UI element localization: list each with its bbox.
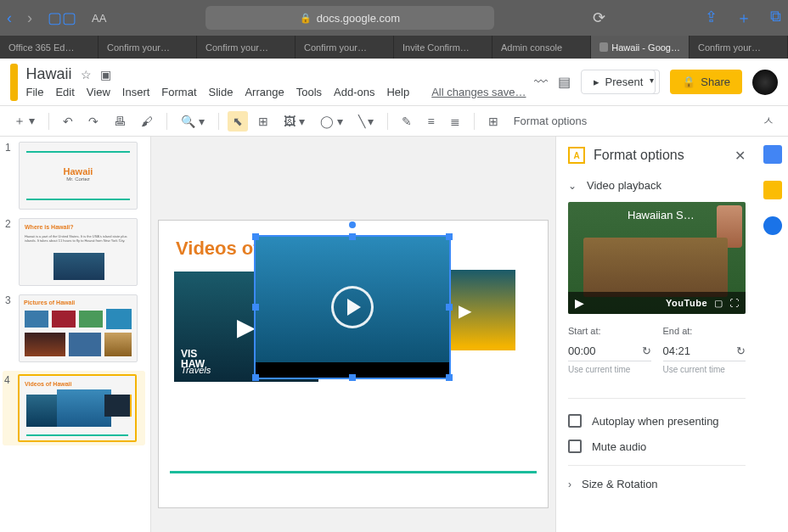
textbox-button[interactable]: ⊞: [253, 111, 273, 132]
browser-tab[interactable]: Invite Confirm…: [394, 36, 492, 59]
app-header: Hawaii ☆ ▣ File Edit View Insert Format …: [0, 59, 788, 106]
play-icon: ▶: [459, 300, 471, 321]
slide-thumbnail[interactable]: Where is Hawaii? Hawaii is a part of the…: [19, 218, 138, 286]
share-sheet-icon[interactable]: ⇪: [705, 8, 718, 28]
border-dash-button[interactable]: ≣: [445, 111, 465, 132]
undo-button[interactable]: ↶: [58, 111, 78, 132]
menu-insert[interactable]: Insert: [122, 86, 150, 98]
end-at-label: End at:: [663, 326, 746, 336]
collapse-toolbar-button[interactable]: ㅅ: [757, 110, 780, 132]
use-current-time-end[interactable]: Use current time: [663, 365, 746, 374]
reset-icon[interactable]: ↻: [642, 344, 651, 357]
resize-handle[interactable]: [446, 304, 453, 311]
browser-tab[interactable]: Confirm your…: [197, 36, 296, 59]
reload-icon[interactable]: ⟳: [593, 8, 605, 27]
slide-thumbnail[interactable]: Hawaii Mr. Cortez: [19, 142, 138, 210]
share-button[interactable]: 🔒 Share: [670, 70, 742, 94]
save-status[interactable]: All changes save…: [431, 86, 526, 98]
use-current-time-start[interactable]: Use current time: [568, 365, 651, 374]
menu-tools[interactable]: Tools: [296, 86, 322, 98]
selected-video[interactable]: [254, 235, 451, 379]
menu-edit[interactable]: Edit: [55, 86, 74, 98]
select-tool-button[interactable]: ⬉: [228, 111, 248, 132]
document-title[interactable]: Hawaii: [26, 65, 72, 83]
resize-handle[interactable]: [349, 374, 356, 381]
new-tab-icon[interactable]: ＋: [736, 8, 751, 28]
browser-tabstrip: Office 365 Ed… Confirm your… Confirm you…: [0, 36, 788, 59]
end-at-field[interactable]: [663, 344, 714, 357]
youtube-logo[interactable]: YouTube: [666, 298, 707, 308]
play-button[interactable]: [331, 286, 374, 328]
back-icon[interactable]: ‹: [7, 9, 12, 27]
reset-icon[interactable]: ↻: [736, 344, 746, 357]
slide-thumbnail[interactable]: Pictures of Hawaii: [19, 294, 138, 362]
border-color-button[interactable]: ✎: [397, 111, 417, 132]
cast-icon[interactable]: ▢: [714, 298, 723, 309]
close-icon[interactable]: ✕: [735, 148, 746, 164]
menu-slide[interactable]: Slide: [209, 86, 234, 98]
checkbox-icon: [568, 440, 582, 453]
calendar-icon[interactable]: [763, 145, 782, 164]
explore-icon[interactable]: 〰: [534, 75, 548, 90]
border-weight-button[interactable]: ≡: [422, 111, 439, 132]
browser-tab-active[interactable]: Hawaii - Goog…: [591, 36, 690, 59]
start-at-input[interactable]: ↻: [568, 341, 651, 361]
menu-view[interactable]: View: [87, 86, 110, 98]
star-icon[interactable]: ☆: [81, 68, 92, 81]
play-icon[interactable]: ▶: [575, 296, 584, 310]
video-playback-section[interactable]: ⌄ Video playback: [568, 179, 746, 192]
zoom-button[interactable]: 🔍 ▾: [176, 111, 210, 132]
menu-addons[interactable]: Add-ons: [334, 86, 374, 98]
resize-handle[interactable]: [252, 374, 259, 381]
crop-button[interactable]: ⊞: [483, 111, 504, 132]
format-options-button[interactable]: Format options: [509, 111, 593, 131]
tasks-icon[interactable]: [763, 216, 782, 235]
rotate-handle[interactable]: [349, 221, 356, 228]
browser-tab[interactable]: Admin console: [492, 36, 591, 59]
slide-thumbnail-active[interactable]: Videos of Hawaii: [18, 374, 137, 442]
fullscreen-icon[interactable]: ⛶: [729, 298, 739, 308]
autoplay-checkbox[interactable]: Autoplay when presenting: [568, 414, 746, 428]
start-at-field[interactable]: [568, 344, 619, 357]
slides-logo-icon[interactable]: [10, 64, 18, 101]
end-at-input[interactable]: ↻: [663, 341, 746, 361]
line-button[interactable]: ╲ ▾: [353, 111, 380, 132]
menu-help[interactable]: Help: [386, 86, 409, 98]
browser-tab[interactable]: Confirm your…: [296, 36, 394, 59]
menu-format[interactable]: Format: [161, 86, 196, 98]
comments-icon[interactable]: ▤: [558, 74, 571, 90]
bookmarks-icon[interactable]: ▢▢: [48, 8, 76, 27]
resize-handle[interactable]: [446, 233, 453, 240]
move-folder-icon[interactable]: ▣: [100, 68, 111, 81]
browser-tab[interactable]: Confirm your…: [690, 36, 788, 59]
browser-tab[interactable]: Office 365 Ed…: [0, 36, 98, 59]
menu-arrange[interactable]: Arrange: [245, 86, 284, 98]
mute-audio-checkbox[interactable]: Mute audio: [568, 440, 746, 453]
reader-font-icon[interactable]: AA: [92, 12, 106, 25]
redo-button[interactable]: ↷: [83, 111, 104, 132]
video-preview[interactable]: Hawaiian S… ▶ YouTube ▢ ⛶: [568, 202, 746, 314]
menu-file[interactable]: File: [26, 86, 44, 98]
tabs-overview-icon[interactable]: ⧉: [770, 8, 781, 28]
chevron-down-icon: ⌄: [568, 180, 577, 192]
size-rotation-section[interactable]: › Size & Rotation: [568, 465, 746, 490]
forward-icon[interactable]: ›: [27, 9, 32, 27]
address-bar[interactable]: 🔒 docs.google.com: [205, 6, 494, 30]
slide-canvas[interactable]: Videos of Hawaii ▶ VIS HAW Travels ▶: [151, 137, 555, 532]
keep-icon[interactable]: [763, 181, 782, 199]
image-button[interactable]: 🖼 ▾: [279, 111, 310, 132]
account-avatar[interactable]: [752, 70, 778, 95]
new-slide-button[interactable]: ＋ ▾: [8, 110, 40, 132]
play-icon: ▶: [237, 313, 256, 341]
present-dropdown[interactable]: ▾: [644, 70, 660, 94]
shape-button[interactable]: ◯ ▾: [315, 111, 348, 132]
resize-handle[interactable]: [349, 233, 356, 240]
print-button[interactable]: 🖶: [109, 111, 131, 132]
paint-format-button[interactable]: 🖌: [136, 111, 158, 132]
browser-tab[interactable]: Confirm your…: [98, 36, 197, 59]
menu-bar: File Edit View Insert Format Slide Arran…: [26, 86, 526, 98]
resize-handle[interactable]: [446, 374, 453, 381]
resize-handle[interactable]: [252, 233, 259, 240]
thumbnail-number: 2: [5, 218, 14, 286]
resize-handle[interactable]: [252, 304, 259, 311]
